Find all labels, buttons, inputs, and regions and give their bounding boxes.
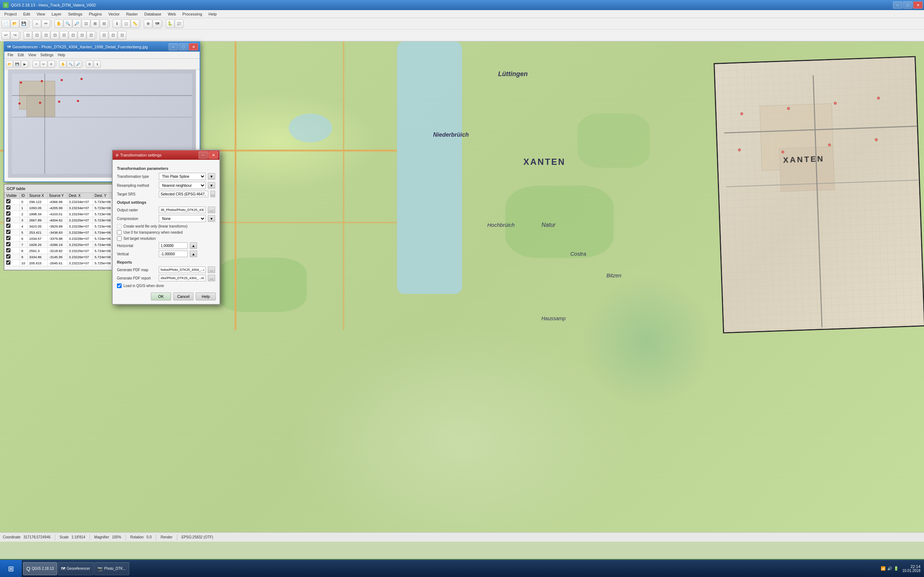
taskbar-photo[interactable]: 📷 Photo_DTK... xyxy=(94,562,129,575)
georef-tool-zoom-out[interactable]: 🔎 xyxy=(74,61,82,68)
georef-menu-view[interactable]: View xyxy=(26,53,38,57)
gcp-visible-checkbox-0[interactable] xyxy=(6,199,10,203)
georef-menu-file[interactable]: File xyxy=(6,53,15,57)
georef-tool-6[interactable]: ✕ xyxy=(48,61,55,68)
tool-zoom-layer[interactable]: ⊞ xyxy=(90,19,99,28)
menu-vector[interactable]: Vector xyxy=(105,11,122,17)
gcp-visible-checkbox-7[interactable] xyxy=(6,242,10,246)
georef-tool-2[interactable]: 💾 xyxy=(13,61,21,68)
georef-tool-5[interactable]: ✏ xyxy=(40,61,47,68)
tool-c1[interactable]: ⊡ xyxy=(100,31,108,40)
tool-b5[interactable]: ⊡ xyxy=(60,31,68,40)
close-button[interactable]: ✕ xyxy=(913,2,922,9)
georef-min-btn[interactable]: − xyxy=(168,43,178,50)
compression-select[interactable]: None xyxy=(159,215,206,222)
menu-plugins[interactable]: Plugins xyxy=(86,11,105,17)
georef-tool-info[interactable]: ℹ xyxy=(94,61,101,68)
menu-database[interactable]: Database xyxy=(142,11,164,17)
transform-type-select[interactable]: Thin Plate Spline xyxy=(159,173,206,180)
tool-save[interactable]: 💾 xyxy=(19,19,28,28)
cancel-button[interactable]: Cancel xyxy=(173,292,194,300)
georef-tool-3[interactable]: ▶ xyxy=(21,61,28,68)
tool-c3[interactable]: ⊡ xyxy=(118,31,126,40)
tool-digitize[interactable]: ✏ xyxy=(42,19,50,28)
transform-close-btn[interactable]: ✕ xyxy=(208,152,218,159)
tool-new[interactable]: 📄 xyxy=(2,19,10,28)
georef-menu-help[interactable]: Help xyxy=(56,53,67,57)
tool-measure[interactable]: 📏 xyxy=(131,19,139,28)
georef-tool-4[interactable]: + xyxy=(32,61,40,68)
gcp-visible-checkbox-2[interactable] xyxy=(6,211,10,216)
tool-deform[interactable]: ⊕ xyxy=(144,19,152,28)
menu-view[interactable]: View xyxy=(34,11,48,17)
gcp-visible-checkbox-9[interactable] xyxy=(6,254,10,259)
menu-web[interactable]: Web xyxy=(165,11,179,17)
tool-zoom-extent[interactable]: ⊡ xyxy=(82,19,90,28)
tool-identify[interactable]: ℹ xyxy=(113,19,121,28)
vertical-up[interactable]: ▲ xyxy=(190,251,197,257)
output-raster-input[interactable] xyxy=(159,206,206,213)
tool-atlas[interactable]: 📰 xyxy=(175,19,183,28)
georef-tool-1[interactable]: 📂 xyxy=(6,61,13,68)
menu-help[interactable]: Help xyxy=(206,11,220,17)
resampling-select[interactable]: Nearest neighbour xyxy=(159,182,206,189)
tool-zoom-in[interactable]: 🔍 xyxy=(63,19,72,28)
gcp-visible-checkbox-6[interactable] xyxy=(6,236,10,240)
georef-max-btn[interactable]: □ xyxy=(179,43,188,50)
target-res-checkbox[interactable] xyxy=(117,236,122,241)
tool-zoom-selection[interactable]: ⊟ xyxy=(100,19,108,28)
gcp-visible-checkbox-4[interactable] xyxy=(6,224,10,228)
target-srs-input[interactable] xyxy=(159,191,208,197)
tool-georef[interactable]: 🗺 xyxy=(153,19,162,28)
transform-min-btn[interactable]: − xyxy=(199,152,208,159)
start-button[interactable]: ⊞ xyxy=(0,560,22,577)
tool-b2[interactable]: ⊡ xyxy=(32,31,41,40)
tool-c2[interactable]: ⊡ xyxy=(109,31,117,40)
help-button[interactable]: Help xyxy=(195,292,216,300)
tool-b4[interactable]: ⊡ xyxy=(50,31,59,40)
tool-b6[interactable]: ⊡ xyxy=(69,31,77,40)
tool-b8[interactable]: ⊡ xyxy=(87,31,95,40)
tool-b1[interactable]: ⊡ xyxy=(23,31,32,40)
load-qgis-checkbox[interactable] xyxy=(117,284,122,288)
tool-select[interactable]: ◻ xyxy=(122,19,130,28)
gen-report-input[interactable] xyxy=(159,275,206,281)
menu-processing[interactable]: Processing xyxy=(179,11,205,17)
menu-edit[interactable]: Edit xyxy=(20,11,33,17)
gen-pdf-input[interactable] xyxy=(159,266,206,273)
ok-button[interactable]: OK xyxy=(151,292,171,300)
create-world-checkbox[interactable] xyxy=(117,224,122,229)
georef-tool-zoom-in[interactable]: 🔍 xyxy=(67,61,74,68)
tool-b7[interactable]: ⊡ xyxy=(78,31,86,40)
tool-redo[interactable]: ↪ xyxy=(10,31,19,40)
resampling-btn[interactable]: ▼ xyxy=(208,182,215,189)
gen-pdf-btn[interactable]: … xyxy=(208,266,215,273)
gen-report-btn[interactable]: … xyxy=(208,275,215,281)
transform-type-btn[interactable]: ▼ xyxy=(208,173,215,180)
gcp-visible-checkbox-8[interactable] xyxy=(6,248,10,253)
menu-settings[interactable]: Settings xyxy=(65,11,85,17)
menu-layer[interactable]: Layer xyxy=(49,11,65,17)
georef-menu-settings[interactable]: Settings xyxy=(39,53,55,57)
tool-add-layer[interactable]: + xyxy=(32,19,41,28)
compression-btn[interactable]: ▼ xyxy=(208,215,215,222)
tool-b3[interactable]: ⊡ xyxy=(42,31,50,40)
georef-menu-edit[interactable]: Edit xyxy=(16,53,26,57)
tool-python[interactable]: 🐍 xyxy=(166,19,174,28)
georef-tool-pan[interactable]: ✋ xyxy=(59,61,66,68)
target-srs-btn[interactable]: … xyxy=(210,191,215,197)
tool-undo[interactable]: ↩ xyxy=(2,31,10,40)
vertical-input[interactable] xyxy=(159,251,188,257)
menu-project[interactable]: Project xyxy=(2,11,19,17)
horizontal-input[interactable] xyxy=(159,242,188,249)
gcp-visible-checkbox-1[interactable] xyxy=(6,205,10,210)
tool-pan[interactable]: ✋ xyxy=(55,19,63,28)
gcp-visible-checkbox-10[interactable] xyxy=(6,260,10,265)
transparency-checkbox[interactable] xyxy=(117,230,122,235)
taskbar-georef[interactable]: 🗺 Georeferencer xyxy=(58,562,93,575)
gcp-visible-checkbox-3[interactable] xyxy=(6,218,10,222)
tool-open[interactable]: 📂 xyxy=(10,19,19,28)
tool-zoom-out[interactable]: 🔎 xyxy=(73,19,81,28)
output-raster-btn[interactable]: … xyxy=(208,206,215,213)
gcp-visible-checkbox-5[interactable] xyxy=(6,230,10,234)
